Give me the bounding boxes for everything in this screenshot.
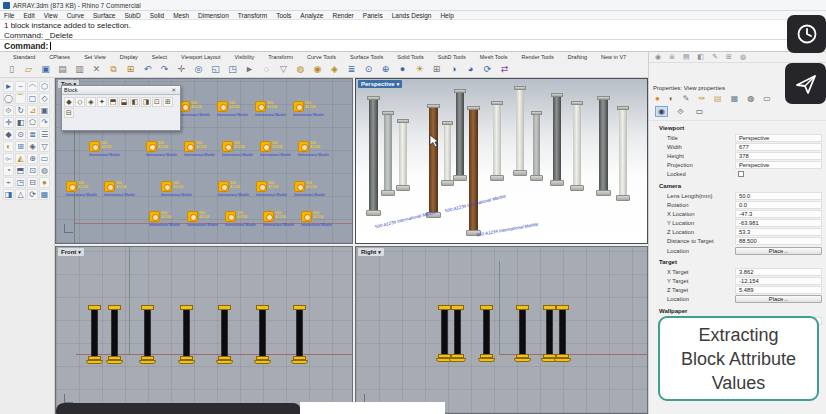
toolbar-tab-surface-tools[interactable]: Surface Tools — [343, 54, 390, 60]
tool-palette-icon[interactable]: ◍ — [39, 165, 50, 176]
viewport-right[interactable]: Right▾ — [355, 246, 648, 414]
block-tool-icon[interactable]: ⊞ — [163, 97, 173, 107]
column-elevation[interactable] — [86, 305, 103, 364]
block-instance-marker[interactable]: 500A1234International Marble — [293, 101, 345, 117]
property-value[interactable]: Perspective — [735, 134, 822, 142]
tool-palette-icon[interactable]: ⟐ — [3, 105, 14, 116]
block-tool-icon[interactable]: ⬓ — [119, 97, 129, 107]
block-tool-icon[interactable]: ◨ — [141, 97, 151, 107]
save-icon[interactable]: ▣ — [38, 62, 53, 77]
select-icon[interactable]: ► — [242, 62, 257, 77]
column-3d-marble[interactable] — [619, 106, 627, 201]
property-value[interactable]: 5.489 — [735, 286, 822, 294]
tool-palette-icon[interactable]: ◇ — [39, 93, 50, 104]
menu-item-edit[interactable]: Edit — [23, 12, 34, 19]
property-value[interactable]: 0.0 — [735, 201, 822, 209]
tool-palette-icon[interactable]: ↷ — [39, 117, 50, 128]
block-instance-marker[interactable]: 500A1234International Marble — [301, 211, 353, 227]
zoom-extents-icon[interactable]: ◳ — [225, 62, 240, 77]
undo-icon[interactable]: ↶ — [140, 62, 155, 77]
column-elevation[interactable] — [554, 305, 571, 362]
filter-icon[interactable]: ▽ — [276, 62, 291, 77]
property-value[interactable]: Perspective — [735, 161, 822, 169]
menu-item-lands-design[interactable]: Lands Design — [392, 12, 432, 19]
window-tab-icon[interactable]: ▭ — [693, 106, 706, 117]
tool-palette-icon[interactable]: ~ — [15, 81, 26, 92]
tool-palette-icon[interactable]: ▣ — [39, 105, 50, 116]
render-preview-icon[interactable]: ◕ — [463, 62, 478, 77]
menu-item-help[interactable]: Help — [440, 12, 453, 19]
property-value[interactable]: 378 — [735, 152, 822, 160]
panel-tab-icon[interactable]: ✎ — [712, 53, 718, 61]
gumball-icon[interactable]: ⊕ — [378, 62, 393, 77]
panel-tab-icon[interactable]: ◧ — [698, 53, 705, 61]
tool-palette-icon[interactable]: ≣ — [27, 129, 38, 140]
tool-palette-icon[interactable]: ✛ — [3, 117, 14, 128]
block-tool-icon[interactable]: ⬒ — [108, 97, 118, 107]
tool-palette-icon[interactable]: ▦ — [39, 189, 50, 200]
column-elevation[interactable] — [254, 305, 271, 364]
panel-tab-icon[interactable]: ⊞ — [726, 53, 732, 61]
column-3d-wood[interactable] — [469, 106, 478, 236]
history-overlay-button[interactable] — [787, 15, 826, 53]
place-button[interactable]: Place... — [735, 295, 822, 303]
column-3d-marble[interactable] — [516, 86, 524, 176]
column-3d-granite[interactable] — [456, 89, 464, 181]
toolbar-tab-transform[interactable]: Transform — [261, 54, 300, 60]
tool-palette-icon[interactable]: ⊟ — [27, 177, 38, 188]
block-toolbar-panel[interactable]: Block ✕ ◆◇◈✦⬒⬓◧◨⊡⊞⊟ — [61, 85, 181, 131]
tool-palette-icon[interactable]: ◨ — [3, 189, 14, 200]
tool-palette-icon[interactable]: ⟳ — [27, 189, 38, 200]
column-elevation[interactable] — [478, 305, 495, 362]
block-instance-marker[interactable]: 500A1234International Marble — [298, 141, 350, 157]
tool-palette-icon[interactable]: ◠ — [27, 81, 38, 92]
zoom-icon[interactable]: ◎ — [191, 62, 206, 77]
panel-tab-icon[interactable]: ≣ — [669, 53, 675, 61]
block-tool-icon[interactable]: ⊡ — [152, 97, 162, 107]
toolbar-tab-select[interactable]: Select — [145, 54, 174, 60]
menu-item-surface[interactable]: Surface — [93, 12, 115, 19]
export-icon[interactable]: ▥ — [72, 62, 87, 77]
panel-tab-icon[interactable]: ◍ — [740, 53, 746, 61]
menu-item-subd[interactable]: SubD — [124, 12, 140, 19]
sun-icon[interactable]: ☀ — [412, 62, 427, 77]
menu-item-dimension[interactable]: Dimension — [198, 12, 229, 19]
column-3d-granite[interactable] — [599, 96, 608, 196]
tool-palette-icon[interactable]: ⊿ — [27, 105, 38, 116]
property-value[interactable]: -63.981 — [735, 219, 822, 227]
tool-palette-icon[interactable]: ⌁ — [3, 177, 14, 188]
toolbar-tab-curve-tools[interactable]: Curve Tools — [300, 54, 343, 60]
viewport-perspective[interactable]: Perspective▾ 500 A1234 International Mar… — [355, 78, 648, 244]
zoom-window-icon[interactable]: ◱ — [208, 62, 223, 77]
toolbar-tab-set-view[interactable]: Set View — [77, 54, 113, 60]
tool-palette-icon[interactable]: ⊙ — [15, 129, 26, 140]
menu-item-render[interactable]: Render — [332, 12, 353, 19]
property-value[interactable]: 50.0 — [735, 192, 822, 200]
block-tool-icon[interactable]: ◈ — [86, 97, 96, 107]
toolbar-tab-display[interactable]: Display — [113, 54, 145, 60]
tool-palette-icon[interactable]: ⌒ — [15, 93, 26, 104]
video-controls-pill[interactable] — [56, 403, 301, 414]
viewport-label-right[interactable]: Right▾ — [358, 248, 384, 256]
column-3d-marble[interactable] — [573, 101, 581, 191]
column-3d-granite[interactable] — [553, 93, 561, 186]
hide-icon[interactable]: ◍ — [293, 62, 308, 77]
viewport-top[interactable]: Top▾ 500A1234International Marble500A123… — [55, 78, 353, 244]
column-elevation[interactable] — [178, 305, 195, 364]
tool-palette-icon[interactable]: ▽ — [39, 141, 50, 152]
toolbar-tab-mesh-tools[interactable]: Mesh Tools — [473, 54, 515, 60]
tool-palette-icon[interactable]: ⬒ — [15, 165, 26, 176]
block-tool-icon[interactable]: ✦ — [97, 97, 107, 107]
block-tool-icon[interactable]: ◇ — [75, 97, 85, 107]
column-3d-wood[interactable] — [429, 104, 438, 218]
block-tool-icon[interactable]: ◆ — [64, 97, 74, 107]
tool-palette-icon[interactable]: ⊕ — [27, 153, 38, 164]
pencil-tab-icon[interactable]: ✎ — [683, 94, 690, 103]
toolbar-tab-standard[interactable]: Standard — [6, 54, 42, 60]
tool-palette-icon[interactable]: ⬠ — [27, 117, 38, 128]
viewport-label-front[interactable]: Front▾ — [58, 248, 84, 256]
property-value[interactable]: 3.862 — [735, 268, 822, 276]
toolbar-tab-cplanes[interactable]: CPlanes — [42, 54, 77, 60]
tool-palette-icon[interactable]: ◳ — [15, 177, 26, 188]
move-icon[interactable]: ⇄ — [497, 62, 512, 77]
